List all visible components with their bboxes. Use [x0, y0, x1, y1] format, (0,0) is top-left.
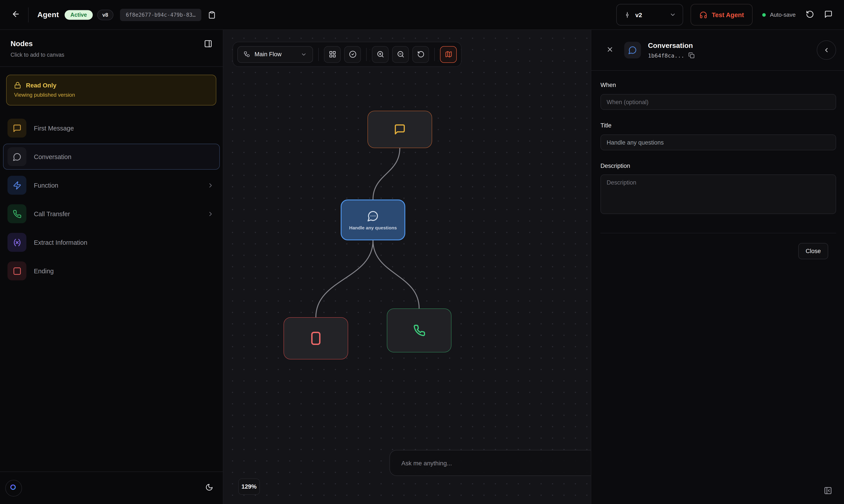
flow-version-selector[interactable]: v2 — [616, 4, 683, 25]
zoom-out-button[interactable] — [392, 46, 409, 62]
panel-body: When Title Description Close — [591, 71, 844, 259]
zoom-out-icon — [397, 51, 404, 58]
panel-close-x-button[interactable] — [606, 46, 614, 54]
layout-grid-icon — [329, 51, 336, 58]
collapse-panel-corner-button[interactable] — [824, 486, 832, 496]
sidebar-item-label: Call Transfer — [34, 210, 199, 217]
chevron-right-icon — [207, 182, 214, 189]
sidebar-item-ending[interactable]: Ending — [3, 258, 220, 284]
phone-icon — [413, 324, 425, 337]
edge-conversation-to-call — [373, 240, 419, 308]
test-agent-button[interactable]: Test Agent — [690, 4, 753, 25]
title-label: Title — [600, 122, 836, 129]
chevron-down-icon — [669, 12, 676, 18]
auto-layout-button[interactable] — [324, 46, 341, 62]
sidebar-divider — [0, 66, 223, 67]
flow-selector-dropdown[interactable]: Main Flow — [238, 46, 313, 62]
test-agent-label: Test Agent — [712, 11, 744, 18]
when-input[interactable] — [600, 94, 836, 110]
description-textarea[interactable] — [600, 175, 836, 214]
sidebar-subtitle: Click to add to canvas — [11, 52, 212, 58]
feedback-chat-button[interactable] — [824, 10, 832, 20]
canvas-toolbar: Main Flow — [232, 42, 461, 67]
sidebar-item-label: Ending — [34, 267, 214, 274]
toolbar-divider — [318, 48, 319, 61]
clipboard-icon[interactable] — [208, 11, 216, 19]
node-title: Handle any questions — [349, 225, 397, 230]
ending-icon — [311, 332, 320, 345]
flow-selector-label: Main Flow — [254, 51, 296, 57]
flow-version-label: v2 — [635, 11, 665, 18]
back-button[interactable] — [12, 10, 20, 20]
reset-view-button[interactable] — [412, 46, 429, 62]
edge-first-to-conversation — [373, 148, 400, 199]
theme-toggle-button[interactable] — [205, 483, 213, 492]
node-call-transfer[interactable] — [387, 308, 452, 353]
panel-titles: Conversation 1b64f8ca... — [648, 41, 817, 59]
chevron-left-icon — [823, 47, 830, 54]
validate-flow-button[interactable] — [344, 46, 361, 62]
sidebar-item-label: Extract Information — [34, 239, 214, 246]
sidebar-item-conversation[interactable]: Conversation — [3, 144, 220, 169]
close-button[interactable]: Close — [798, 243, 828, 259]
copy-icon[interactable] — [688, 52, 694, 58]
zoom-in-icon — [376, 51, 384, 58]
readonly-warning: Read Only Viewing published version — [6, 75, 216, 106]
panel-collapse-button[interactable] — [817, 40, 836, 60]
status-badge: Active — [65, 10, 92, 20]
message-circle-more-icon — [367, 210, 379, 222]
sidebar-item-label: First Message — [34, 125, 214, 131]
flow-edges — [223, 30, 591, 504]
brand-logo[interactable] — [5, 480, 22, 496]
undo-history-button[interactable] — [806, 10, 814, 20]
top-bar: Agent Active v8 6f8e2677-b94c-479b-83… v… — [0, 0, 844, 30]
node-ending[interactable] — [283, 317, 348, 359]
minimap-toggle-button[interactable] — [440, 46, 457, 62]
title-input[interactable] — [600, 134, 836, 150]
top-bar-divider — [28, 7, 29, 22]
panel-right-icon — [204, 39, 212, 48]
sidebar-item-label: Function — [34, 182, 199, 189]
flow-canvas[interactable]: Main Flow — [223, 30, 591, 504]
headphones-icon — [699, 11, 707, 19]
zap-icon — [7, 176, 27, 195]
sidebar-item-function[interactable]: Function — [3, 172, 220, 198]
sidebar-item-first-message[interactable]: First Message — [3, 115, 220, 141]
readonly-subtitle: Viewing published version — [14, 92, 208, 98]
node-type-list: First Message Conversation Function — [0, 115, 223, 284]
node-first-message[interactable] — [368, 111, 432, 148]
panel-left-close-icon — [824, 486, 832, 495]
sidebar-title: Nodes — [11, 39, 212, 48]
sidebar-header: Nodes Click to add to canvas — [0, 30, 223, 58]
nodes-sidebar: Nodes Click to add to canvas Read Only V… — [0, 30, 223, 504]
autosave-label: Auto-save — [770, 12, 796, 18]
chevron-down-icon — [301, 51, 307, 57]
description-label: Description — [600, 163, 836, 169]
rotate-ccw-icon — [417, 51, 424, 58]
toolbar-divider — [366, 48, 367, 61]
sidebar-item-call-transfer[interactable]: Call Transfer — [3, 201, 220, 227]
phone-icon — [7, 204, 27, 223]
lock-icon — [14, 82, 21, 89]
sidebar-footer — [0, 471, 223, 504]
rotate-ccw-icon — [806, 10, 814, 18]
agent-builder-app: Agent Active v8 6f8e2677-b94c-479b-83… v… — [0, 0, 844, 504]
node-conversation-selected[interactable]: Handle any questions — [341, 199, 405, 240]
top-bar-left: Agent Active v8 6f8e2677-b94c-479b-83… — [12, 7, 216, 22]
zoom-level-badge: 129% — [238, 479, 260, 495]
ask-ai-input[interactable] — [389, 450, 591, 476]
zoom-in-button[interactable] — [372, 46, 389, 62]
panel-header: Conversation 1b64f8ca... — [591, 30, 844, 70]
node-inspector-panel: Conversation 1b64f8ca... When — [591, 30, 844, 504]
conversation-type-icon — [624, 42, 641, 58]
message-square-icon — [394, 124, 406, 135]
agent-id-chip[interactable]: 6f8e2677-b94c-479b-83… — [120, 8, 201, 21]
git-commit-icon — [624, 11, 631, 18]
message-square-icon — [7, 119, 27, 138]
node-id: 1b64f8ca... — [648, 52, 684, 59]
sidebar-item-extract-information[interactable]: Extract Information — [3, 229, 220, 255]
panel-title: Conversation — [648, 41, 817, 50]
autosave-indicator: Auto-save — [762, 12, 796, 18]
arrow-left-icon — [12, 10, 20, 18]
collapse-sidebar-button[interactable] — [204, 39, 212, 49]
